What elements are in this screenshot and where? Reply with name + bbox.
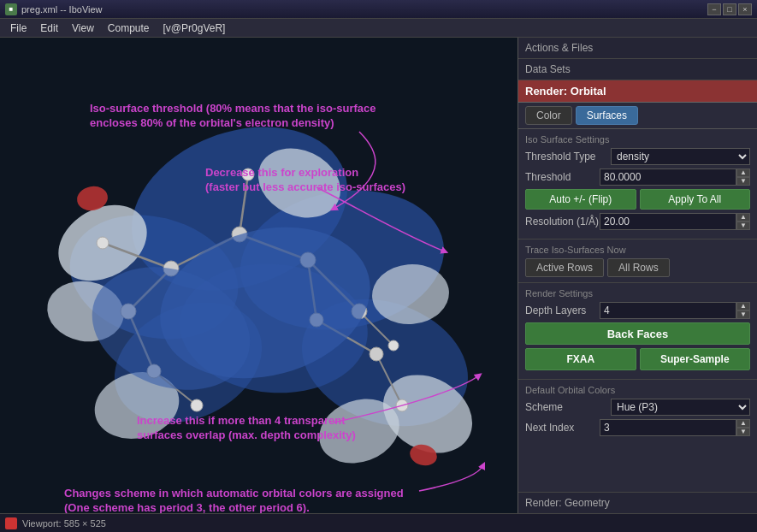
depth-layers-label: Depth Layers bbox=[525, 304, 600, 316]
scheme-select[interactable]: Hue (P3) Hue (P6) bbox=[611, 399, 750, 416]
menu-view[interactable]: View bbox=[65, 21, 101, 36]
status-bar: Viewport: 585 × 525 bbox=[0, 513, 757, 532]
render-settings-section: Render Settings Depth Layers ▲ ▼ Back Fa… bbox=[518, 282, 757, 379]
menu-version[interactable]: [v@Pr0gVeR] bbox=[157, 21, 233, 36]
back-faces-button[interactable]: Back Faces bbox=[525, 322, 750, 345]
threshold-input[interactable] bbox=[600, 168, 736, 186]
scheme-label: Scheme bbox=[525, 401, 611, 413]
auto-flip-row: Auto +/- (Flip) Apply To All bbox=[525, 189, 750, 210]
threshold-row: Threshold ▲ ▼ bbox=[525, 168, 750, 186]
iso-surface-title: Iso Surface Settings bbox=[525, 134, 750, 145]
threshold-down-btn[interactable]: ▼ bbox=[736, 177, 750, 186]
data-sets-header: Data Sets bbox=[518, 59, 757, 80]
all-rows-button[interactable]: All Rows bbox=[607, 258, 670, 277]
scheme-row: Scheme Hue (P3) Hue (P6) bbox=[525, 399, 750, 416]
resolution-down-btn[interactable]: ▼ bbox=[736, 222, 750, 230]
resolution-label: Resolution (1/Å) bbox=[525, 216, 600, 228]
trace-btns: Active Rows All Rows bbox=[525, 258, 750, 277]
next-index-row: Next Index ▲ ▼ bbox=[525, 419, 750, 436]
fxaa-supersample-row: FXAA Super-Sample bbox=[525, 348, 750, 370]
viewport: Iso-surface threshold (80% means that th… bbox=[0, 38, 517, 513]
resolution-row: Resolution (1/Å) ▲ ▼ bbox=[525, 213, 750, 230]
iso-surface-section: Iso Surface Settings Threshold Type dens… bbox=[518, 129, 757, 239]
threshold-spinner-btns: ▲ ▼ bbox=[736, 168, 750, 186]
resolution-spinner: ▲ ▼ bbox=[600, 213, 750, 230]
threshold-up-btn[interactable]: ▲ bbox=[736, 168, 750, 177]
annotation-changes-scheme: Changes scheme in which automatic orbita… bbox=[64, 487, 509, 513]
next-index-spinner: ▲ ▼ bbox=[600, 419, 750, 436]
next-index-label: Next Index bbox=[525, 422, 600, 434]
maximize-button[interactable]: □ bbox=[723, 3, 736, 15]
next-index-down-btn[interactable]: ▼ bbox=[736, 428, 750, 436]
depth-layers-down-btn[interactable]: ▼ bbox=[736, 310, 750, 319]
threshold-type-select[interactable]: density bbox=[611, 148, 750, 165]
svg-point-39 bbox=[191, 399, 203, 411]
super-sample-button[interactable]: Super-Sample bbox=[640, 348, 751, 370]
resolution-up-btn[interactable]: ▲ bbox=[736, 213, 750, 222]
depth-layers-input[interactable] bbox=[600, 302, 736, 319]
depth-layers-spinner-btns: ▲ ▼ bbox=[736, 302, 750, 319]
window-controls: − □ × bbox=[707, 3, 752, 15]
right-panel: Actions & Files Data Sets Render: Orbita… bbox=[517, 38, 757, 513]
menu-file[interactable]: File bbox=[3, 21, 33, 36]
render-settings-title: Render Settings bbox=[525, 288, 750, 299]
next-index-spinner-btns: ▲ ▼ bbox=[736, 419, 750, 436]
apply-to-all-button[interactable]: Apply To All bbox=[640, 189, 751, 210]
depth-layers-up-btn[interactable]: ▲ bbox=[736, 302, 750, 310]
next-index-up-btn[interactable]: ▲ bbox=[736, 419, 750, 428]
minimize-button[interactable]: − bbox=[707, 3, 721, 15]
next-index-input[interactable] bbox=[600, 419, 736, 436]
fxaa-button[interactable]: FXAA bbox=[525, 348, 636, 370]
svg-point-37 bbox=[370, 347, 383, 361]
active-rows-button[interactable]: Active Rows bbox=[525, 258, 604, 277]
status-indicator bbox=[5, 517, 17, 529]
tab-surfaces[interactable]: Surfaces bbox=[576, 106, 638, 125]
annotation-decrease-this: Decrease this for exploration(faster but… bbox=[205, 166, 496, 195]
render-orbital-header: Render: Orbital bbox=[518, 80, 757, 103]
svg-point-34 bbox=[97, 237, 109, 249]
tab-row: Color Surfaces bbox=[518, 103, 757, 129]
svg-point-40 bbox=[396, 399, 408, 411]
tab-color[interactable]: Color bbox=[525, 106, 572, 125]
actions-files-header: Actions & Files bbox=[518, 38, 757, 59]
close-button[interactable]: × bbox=[738, 3, 752, 15]
app-icon: ■ bbox=[5, 3, 17, 15]
window-title: preg.xml -- IboView bbox=[21, 4, 103, 15]
auto-flip-button[interactable]: Auto +/- (Flip) bbox=[525, 189, 636, 210]
threshold-type-label: Threshold Type bbox=[525, 151, 611, 163]
menu-edit[interactable]: Edit bbox=[33, 21, 65, 36]
annotation-iso-threshold: Iso-surface threshold (80% means that th… bbox=[90, 102, 483, 131]
depth-layers-spinner: ▲ ▼ bbox=[600, 302, 750, 319]
menu-compute[interactable]: Compute bbox=[101, 21, 157, 36]
status-text: Viewport: 585 × 525 bbox=[22, 518, 106, 529]
threshold-label: Threshold bbox=[525, 171, 600, 183]
resolution-spinner-btns: ▲ ▼ bbox=[736, 213, 750, 230]
menu-bar: File Edit View Compute [v@Pr0gVeR] bbox=[0, 19, 757, 38]
render-geometry-header: Render: Geometry bbox=[518, 492, 757, 513]
threshold-type-row: Threshold Type density bbox=[525, 148, 750, 165]
depth-layers-row: Depth Layers ▲ ▼ bbox=[525, 302, 750, 319]
threshold-spinner: ▲ ▼ bbox=[600, 168, 750, 186]
svg-point-38 bbox=[388, 340, 399, 351]
trace-iso-title: Trace Iso-Surfaces Now bbox=[525, 245, 750, 255]
trace-iso-section: Trace Iso-Surfaces Now Active Rows All R… bbox=[518, 239, 757, 282]
title-bar: ■ preg.xml -- IboView − □ × bbox=[0, 0, 757, 19]
default-orbital-colors-section: Default Orbital Colors Scheme Hue (P3) H… bbox=[518, 379, 757, 445]
resolution-input[interactable] bbox=[600, 213, 736, 230]
annotation-increase-this: Increase this if more than 4 transparent… bbox=[137, 414, 462, 443]
main-layout: Iso-surface threshold (80% means that th… bbox=[0, 38, 757, 513]
default-orbital-colors-title: Default Orbital Colors bbox=[525, 385, 750, 395]
